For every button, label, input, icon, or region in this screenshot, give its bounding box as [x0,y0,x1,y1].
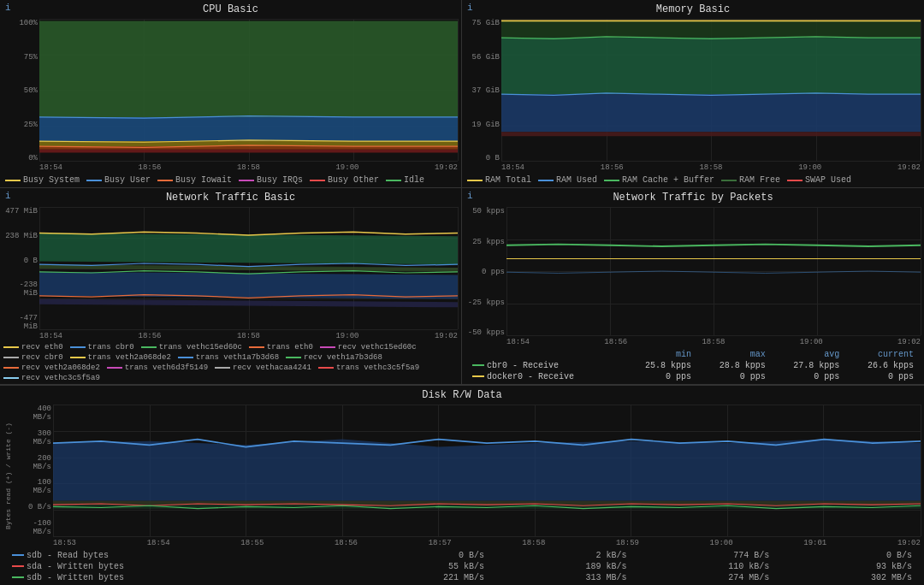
net-packets-svg [506,207,921,310]
cpu-panel: i CPU Basic 100% 75% 50% 25% 0% [0,0,462,187]
svg-marker-7 [501,94,921,132]
net-traffic-x-labels: 18:54 18:56 18:58 19:00 19:02 [39,332,458,340]
net-packets-chart-area: 50 kpps 25 kpps 0 pps -25 kpps -50 kpps … [462,205,924,347]
svg-marker-1 [39,117,458,141]
disk-y-axis-label: Bytes read (+) / write (-) [4,422,12,529]
memory-panel: i Memory Basic 75 GiB 56 GiB 37 GiB 19 G… [462,0,924,187]
network-traffic-chart-area: 477 MiB 238 MiB 0 B -238 MiB -477 MiB [0,205,461,341]
network-packets-panel: i Network Traffic by Packets 50 kpps 25 … [462,188,924,384]
disk-title: Disk R/W Data [0,386,924,403]
svg-marker-4 [39,150,458,153]
network-packets-title: Network Traffic by Packets [462,188,924,205]
memory-title: Memory Basic [462,0,924,17]
info-icon-packets[interactable]: i [467,191,473,201]
disk-legend-table: sdb - Read bytes 0 B/s 2 kB/s 774 B/s 0 … [0,548,924,585]
memory-y-labels: 75 GiB 56 GiB 37 GiB 19 GiB 0 B [462,17,501,173]
memory-chart-area: 75 GiB 56 GiB 37 GiB 19 GiB 0 B [462,17,924,173]
svg-marker-0 [39,21,458,116]
disk-table-row-3: sdb - Written bytes 221 MB/s 313 MB/s 27… [7,572,917,583]
disk-y-labels: 400 MB/s 300 MB/s 200 MB/s 100 MB/s 0 B/… [15,405,53,536]
disk-panel: Disk R/W Data Bytes read (+) / write (-) [0,385,924,585]
disk-table-row-1: sdb - Read bytes 0 B/s 2 kB/s 774 B/s 0 … [7,550,917,561]
dashboard: i CPU Basic 100% 75% 50% 25% 0% [0,0,924,585]
ram-used-label: RAM Used [556,175,597,185]
net-traffic-svg [39,207,458,333]
svg-marker-5 [501,21,921,38]
svg-marker-13 [53,440,921,501]
net-packets-y-labels: 50 kpps 25 kpps 0 pps -25 kpps -50 kpps [462,205,506,347]
disk-chart-svg [53,405,921,520]
net-packets-table: min max avg current cbr0 - Receive 25.8 … [462,347,924,384]
cpu-title: CPU Basic [0,0,461,17]
memory-x-labels: 18:54 18:56 18:58 19:00 19:02 [501,163,921,172]
svg-marker-12 [39,299,458,308]
cpu-x-labels: 18:54 18:56 18:58 19:00 19:02 [39,163,458,172]
memory-legend: RAM Total RAM Used RAM Cache + Buffer RA… [462,173,924,187]
net-traffic-legend: recv eth0 trans cbr0 trans vethc15ed60c … [0,341,461,384]
disk-table-row-2: sda - Written bytes 55 kB/s 189 kB/s 110… [7,561,917,572]
disk-chart-inner: 400 MB/s 300 MB/s 200 MB/s 100 MB/s 0 B/… [15,403,921,548]
svg-marker-6 [501,38,921,94]
svg-marker-10 [39,272,458,299]
network-traffic-title: Network Traffic Basic [0,188,461,205]
net-traffic-y-labels: 477 MiB 238 MiB 0 B -238 MiB -477 MiB [0,205,39,341]
net-packets-x-labels: 18:54 18:56 18:58 19:00 19:02 [506,338,921,346]
disk-x-labels: 18:53 18:54 18:55 18:56 18:57 18:58 18:5… [53,539,921,547]
info-icon-net[interactable]: i [5,191,11,201]
cpu-legend: Busy System Busy User Busy Iowait Busy I… [0,173,461,187]
middle-row: i Network Traffic Basic 477 MiB 238 MiB … [0,188,924,385]
table-row: docker0 - Receive 0 pps 0 pps 0 pps 0 pp… [469,371,917,382]
svg-marker-8 [501,132,921,136]
disk-chart-area: Bytes read (+) / write (-) [0,403,924,548]
table-row: cbr0 - Receive 25.8 kpps 28.8 kpps 27.8 … [469,360,917,371]
cpu-y-labels: 100% 75% 50% 25% 0% [0,17,39,173]
info-icon-cpu[interactable]: i [5,3,11,13]
top-row: i CPU Basic 100% 75% 50% 25% 0% [0,0,924,188]
disk-y-axis-container: Bytes read (+) / write (-) [0,403,15,548]
info-icon-memory[interactable]: i [467,3,473,13]
svg-marker-9 [39,233,458,265]
network-traffic-panel: i Network Traffic Basic 477 MiB 238 MiB … [0,188,462,384]
memory-chart-svg [501,19,921,155]
cpu-chart-svg [39,19,458,155]
cpu-chart-area: 100% 75% 50% 25% 0% [0,17,461,173]
